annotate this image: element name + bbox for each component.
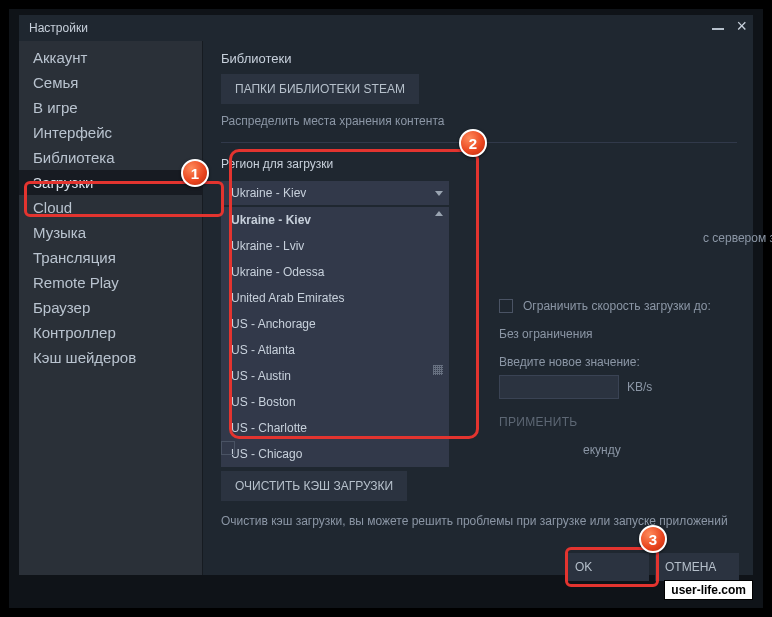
new-value-row: KB/s <box>499 375 729 399</box>
region-option[interactable]: Ukraine - Odessa <box>221 259 449 285</box>
clear-cache-section: ОЧИСТИТЬ КЭШ ЗАГРУЗКИ Очистив кэш загруз… <box>221 471 731 530</box>
region-option[interactable]: US - Atlanta <box>221 337 449 363</box>
download-limits: Ограничить скорость загрузки до: Без огр… <box>499 299 729 435</box>
new-value-label: Введите новое значение: <box>499 355 729 369</box>
window-controls: × <box>712 19 747 33</box>
region-dropdown: Ukraine - Kiev Ukraine - Lviv Ukraine - … <box>221 207 449 467</box>
sidebar-item-shadercache[interactable]: Кэш шейдеров <box>19 345 202 370</box>
region-select[interactable]: Ukraine - Kiev <box>221 181 449 205</box>
frame: Настройки × Аккаунт Семья В игре Интерфе… <box>8 8 764 609</box>
scrollbar-grip-icon[interactable] <box>433 365 443 375</box>
steam-library-folders-button[interactable]: ПАПКИ БИБЛИОТЕКИ STEAM <box>221 74 419 104</box>
sidebar-item-interface[interactable]: Интерфейс <box>19 120 202 145</box>
watermark: user-life.com <box>664 580 753 600</box>
titlebar: Настройки × <box>19 15 753 41</box>
region-option[interactable]: US - Austin <box>221 363 449 389</box>
limit-checkbox[interactable] <box>499 299 513 313</box>
partial-checkbox[interactable] <box>221 441 235 455</box>
apply-button[interactable]: ПРИМЕНИТЬ <box>499 409 577 435</box>
annotation-badge-2: 2 <box>459 129 487 157</box>
sidebar-item-downloads[interactable]: Загрузки <box>19 170 202 195</box>
scroll-up-icon[interactable] <box>435 211 443 216</box>
sidebar-item-controller[interactable]: Контроллер <box>19 320 202 345</box>
minimize-icon[interactable] <box>712 28 724 30</box>
sidebar-item-library[interactable]: Библиотека <box>19 145 202 170</box>
clear-download-cache-button[interactable]: ОЧИСТИТЬ КЭШ ЗАГРУЗКИ <box>221 471 407 501</box>
sidebar: Аккаунт Семья В игре Интерфейс Библиотек… <box>19 41 203 575</box>
sidebar-item-remoteplay[interactable]: Remote Play <box>19 270 202 295</box>
sidebar-item-family[interactable]: Семья <box>19 70 202 95</box>
region-option[interactable]: US - Anchorage <box>221 311 449 337</box>
ok-button[interactable]: OK <box>565 553 649 581</box>
sidebar-item-browser[interactable]: Браузер <box>19 295 202 320</box>
sidebar-item-account[interactable]: Аккаунт <box>19 45 202 70</box>
unit-label: KB/s <box>627 380 652 394</box>
window-title: Настройки <box>29 21 88 35</box>
annotation-badge-3: 3 <box>639 525 667 553</box>
region-option[interactable]: US - Boston <box>221 389 449 415</box>
libraries-desc: Распределить места хранения контента <box>221 114 737 128</box>
region-note: с сервером загрузок, но его можно измени… <box>703 229 772 247</box>
no-limit-text: Без ограничения <box>499 327 729 341</box>
window-body: Аккаунт Семья В игре Интерфейс Библиотек… <box>19 41 753 575</box>
content-pane: Библиотеки ПАПКИ БИБЛИОТЕКИ STEAM Распре… <box>203 41 753 575</box>
partial-text: екунду <box>583 443 621 457</box>
cancel-button[interactable]: ОТМЕНА <box>655 553 739 581</box>
chevron-down-icon <box>435 191 443 196</box>
libraries-heading: Библиотеки <box>221 51 737 66</box>
region-selected-value: Ukraine - Kiev <box>231 186 306 200</box>
region-option[interactable]: United Arab Emirates <box>221 285 449 311</box>
region-option[interactable]: Ukraine - Lviv <box>221 233 449 259</box>
limit-label: Ограничить скорость загрузки до: <box>523 299 711 313</box>
sidebar-item-music[interactable]: Музыка <box>19 220 202 245</box>
region-heading: Регион для загрузки <box>221 157 737 171</box>
dialog-buttons: OK ОТМЕНА <box>565 553 739 581</box>
limit-row: Ограничить скорость загрузки до: <box>499 299 729 313</box>
settings-window: Настройки × Аккаунт Семья В игре Интерфе… <box>19 15 753 575</box>
sidebar-item-broadcast[interactable]: Трансляция <box>19 245 202 270</box>
close-icon[interactable]: × <box>736 19 747 33</box>
region-option[interactable]: US - Charlotte <box>221 415 449 441</box>
annotation-badge-1: 1 <box>181 159 209 187</box>
region-option[interactable]: US - Chicago <box>221 441 449 467</box>
speed-input[interactable] <box>499 375 619 399</box>
sidebar-item-cloud[interactable]: Cloud <box>19 195 202 220</box>
region-option[interactable]: Ukraine - Kiev <box>221 207 449 233</box>
sidebar-item-ingame[interactable]: В игре <box>19 95 202 120</box>
